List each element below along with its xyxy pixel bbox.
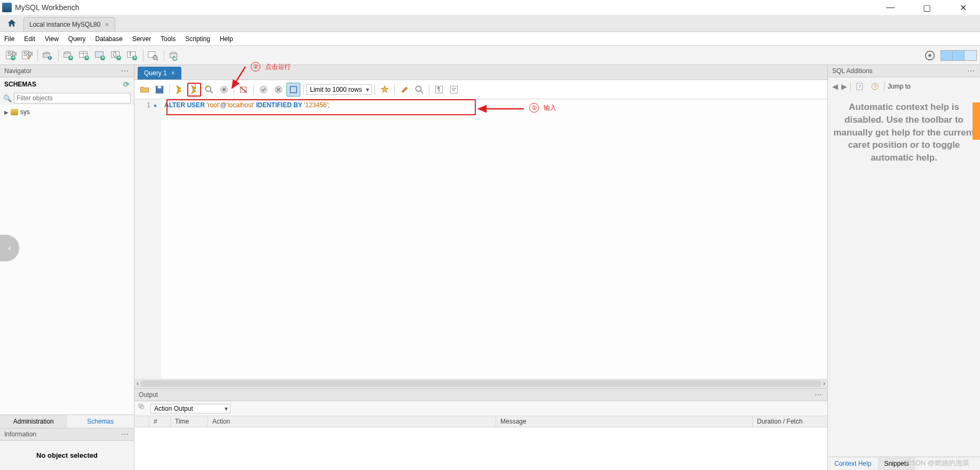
panel-toggle[interactable] — [941, 50, 977, 61]
annotation-arrow-input — [476, 102, 529, 118]
main-toolbar: SQL+ SQL i + + + ()+ f+ — [0, 46, 980, 65]
commit-icon[interactable] — [257, 83, 270, 97]
svg-text:+: + — [101, 54, 105, 60]
tab-schemas[interactable]: Schemas — [67, 415, 134, 428]
schema-tree[interactable]: ▶ sys — [0, 105, 134, 415]
search-table-data-icon[interactable] — [146, 48, 161, 63]
output-menu-icon[interactable]: ⋯ — [815, 391, 823, 399]
schemas-refresh-icon[interactable]: ⟳ — [123, 80, 130, 89]
reconnect-icon[interactable] — [166, 48, 181, 63]
output-type-select[interactable]: Action Output — [150, 404, 230, 413]
menu-query[interactable]: Query — [68, 35, 86, 43]
svg-text:¶: ¶ — [437, 86, 440, 92]
output-col-time[interactable]: Time — [171, 416, 208, 427]
favorite-icon[interactable] — [378, 83, 392, 97]
menu-help[interactable]: Help — [220, 35, 233, 43]
output-title: Output — [139, 391, 158, 399]
menu-file[interactable]: File — [4, 35, 14, 43]
sql-additions-menu-icon[interactable]: ⋯ — [967, 67, 976, 75]
right-scrollbar-thumb[interactable] — [973, 102, 980, 140]
menu-bar: File Edit View Query Database Server Too… — [0, 32, 980, 46]
settings-icon[interactable] — [922, 48, 937, 63]
editor-hscroll[interactable]: ‹ › — [134, 379, 827, 388]
svg-text:+: + — [12, 54, 15, 60]
svg-text:+: + — [85, 54, 89, 60]
menu-server[interactable]: Server — [132, 35, 151, 43]
information-menu-icon[interactable]: ⋯ — [121, 430, 130, 439]
menu-scripting[interactable]: Scripting — [185, 35, 210, 43]
create-table-icon[interactable]: + — [77, 48, 92, 63]
information-panel: Information⋯ No object selected — [0, 428, 134, 470]
svg-text:?: ? — [874, 84, 877, 89]
create-schema-icon[interactable]: + — [61, 48, 76, 63]
navigator-menu-icon[interactable]: ⋯ — [121, 67, 130, 75]
editor-panel: Query 1 × I Limit to 1000 rows — [134, 65, 827, 470]
tab-administration[interactable]: Administration — [0, 415, 67, 428]
wrap-icon[interactable] — [447, 83, 461, 97]
find-icon[interactable] — [412, 83, 426, 97]
explain-icon[interactable] — [202, 83, 216, 97]
output-layout-icon[interactable] — [138, 403, 147, 414]
inspector-icon[interactable]: i — [40, 48, 55, 63]
new-sql-tab-icon[interactable]: SQL+ — [3, 48, 18, 63]
scroll-left-icon[interactable]: ‹ — [137, 380, 139, 387]
svg-point-36 — [928, 54, 931, 57]
svg-rect-51 — [290, 86, 297, 93]
expand-icon[interactable]: ▶ — [4, 109, 9, 115]
window-close-button[interactable]: ✕ — [952, 3, 974, 13]
svg-rect-44 — [223, 88, 226, 91]
output-columns: # Time Action Message Duration / Fetch — [134, 416, 827, 427]
tab-context-help[interactable]: Context Help — [828, 457, 878, 470]
help-manual-icon[interactable]: ? — [854, 81, 866, 92]
output-col-message[interactable]: Message — [496, 416, 753, 427]
svg-line-53 — [420, 90, 423, 93]
help-auto-icon[interactable]: ? — [869, 81, 881, 92]
help-forward-icon[interactable]: ▶ — [841, 82, 847, 91]
query-tab[interactable]: Query 1 × — [138, 67, 181, 79]
svg-text:+: + — [117, 54, 121, 60]
output-panel: Output⋯ Action Output # Time Action Mess… — [134, 388, 827, 470]
create-function-icon[interactable]: f+ — [125, 48, 140, 63]
scroll-right-icon[interactable]: › — [823, 380, 825, 387]
menu-tools[interactable]: Tools — [161, 35, 176, 43]
sql-code[interactable]: ALTER USER 'root'@'localhost' IDENTIFIED… — [161, 99, 333, 379]
window-maximize-button[interactable]: ▢ — [916, 3, 937, 13]
sql-additions-title: SQL Additions — [832, 67, 873, 75]
title-bar: MySQL Workbench — ▢ ✕ — [0, 0, 980, 15]
help-back-icon[interactable]: ◀ — [832, 82, 838, 91]
connection-tab-close[interactable]: × — [105, 20, 109, 29]
menu-database[interactable]: Database — [95, 35, 123, 43]
jump-to-label[interactable]: Jump to — [888, 83, 911, 90]
output-col-blank — [134, 416, 149, 427]
schema-item-sys[interactable]: ▶ sys — [4, 107, 130, 117]
schema-label: sys — [20, 108, 30, 116]
window-minimize-button[interactable]: — — [880, 3, 901, 13]
open-file-icon[interactable] — [138, 83, 152, 97]
no-limit-icon[interactable] — [237, 83, 251, 97]
query-tab-close[interactable]: × — [171, 69, 175, 77]
open-sql-file-icon[interactable]: SQL — [19, 48, 34, 63]
schema-filter-input[interactable] — [14, 93, 131, 103]
output-col-duration[interactable]: Duration / Fetch — [753, 416, 827, 427]
rollback-icon[interactable] — [272, 83, 285, 97]
row-limit-select[interactable]: Limit to 1000 rows — [306, 84, 372, 95]
create-procedure-icon[interactable]: ()+ — [109, 48, 124, 63]
home-button[interactable] — [0, 15, 23, 31]
beautify-icon[interactable] — [397, 83, 411, 97]
autocommit-icon[interactable] — [286, 83, 300, 97]
save-file-icon[interactable] — [153, 83, 166, 97]
sql-editor[interactable]: 1● ALTER USER 'root'@'localhost' IDENTIF… — [134, 99, 827, 379]
execute-icon[interactable] — [172, 83, 186, 97]
execute-current-icon[interactable]: I — [187, 83, 201, 97]
query-tab-bar: Query 1 × — [134, 65, 827, 80]
menu-edit[interactable]: Edit — [24, 35, 35, 43]
output-col-num[interactable]: # — [149, 416, 171, 427]
output-col-action[interactable]: Action — [208, 416, 496, 427]
svg-text:?: ? — [858, 84, 861, 89]
invisible-chars-icon[interactable]: ¶ — [432, 83, 446, 97]
create-view-icon[interactable]: + — [93, 48, 108, 63]
connection-tab[interactable]: Local instance MySQL80 × — [23, 17, 115, 31]
stop-icon[interactable] — [217, 83, 231, 97]
svg-line-42 — [210, 90, 213, 93]
menu-view[interactable]: View — [45, 35, 59, 43]
